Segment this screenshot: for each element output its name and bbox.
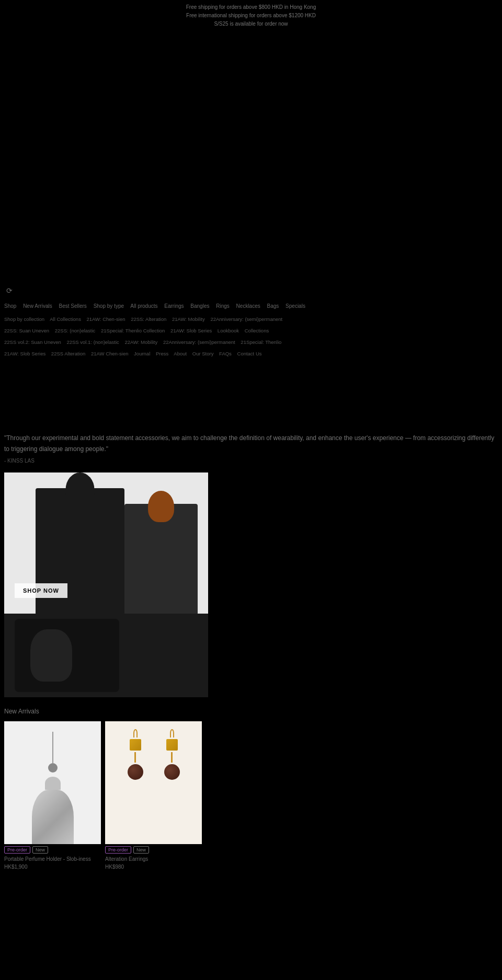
logo-area: ⟳ bbox=[0, 282, 502, 299]
nav-contact-us[interactable]: Contact Us bbox=[237, 351, 262, 356]
shop-now-section: SHOP NOW bbox=[0, 468, 502, 701]
hero-section bbox=[0, 31, 502, 282]
nav-shop-by-type[interactable]: Shop by type bbox=[94, 303, 124, 309]
spacer bbox=[0, 360, 502, 422]
nav-specials[interactable]: Specials bbox=[286, 303, 305, 309]
nav-22ss-suan-uneven[interactable]: 22SS: Suan Uneven bbox=[4, 328, 49, 333]
nav-shop-by-collection[interactable]: Shop by collection bbox=[4, 316, 44, 322]
nav-22ss-alteration[interactable]: 22SS: Alteration bbox=[131, 316, 166, 322]
figure-right bbox=[124, 504, 198, 614]
logo-icon: ⟳ bbox=[6, 286, 13, 295]
nav-bags[interactable]: Bags bbox=[267, 303, 279, 309]
bottle-chain bbox=[52, 732, 53, 763]
shop-now-button[interactable]: SHOP NOW bbox=[15, 583, 67, 598]
earring-connector-left bbox=[134, 752, 136, 763]
primary-nav: Shop New Arrivals Best Sellers Shop by t… bbox=[0, 299, 502, 314]
new-badge-1: New bbox=[32, 846, 48, 854]
nav-new-arrivals[interactable]: New Arrivals bbox=[23, 303, 52, 309]
product-price-1: HK$1,900 bbox=[4, 864, 101, 870]
nav-22ss-nonelastic[interactable]: 22SS: (non)elastic bbox=[55, 328, 96, 333]
dark-face-inner bbox=[30, 629, 72, 682]
new-arrivals-heading: New Arrivals bbox=[0, 701, 502, 718]
secondary-nav-4: 21AW: Slob Series 22SS Alteration 21AW C… bbox=[0, 348, 502, 360]
earring-pair bbox=[128, 729, 180, 780]
badge-row-1: Pre-order New bbox=[4, 844, 101, 855]
dark-face bbox=[15, 619, 119, 692]
earring-hook-right bbox=[170, 729, 174, 737]
bottle-cap bbox=[45, 777, 61, 790]
earring-cube-left bbox=[130, 739, 141, 751]
nav-21aw-chen-sien-2[interactable]: 21AW Chen-sien bbox=[91, 351, 128, 356]
nav-21aw-mobility[interactable]: 21AW: Mobility bbox=[172, 316, 205, 322]
bottle-ball bbox=[48, 763, 58, 773]
nav-earrings[interactable]: Earrings bbox=[164, 303, 184, 309]
nav-rings[interactable]: Rings bbox=[216, 303, 230, 309]
announcement-line1: Free shipping for orders above $800 HKD … bbox=[5, 3, 497, 11]
nav-21special-thenlio-2[interactable]: 21Special: Thenlio bbox=[241, 339, 281, 345]
perfume-bottle bbox=[32, 732, 74, 844]
head-right bbox=[148, 491, 174, 522]
earring-cube-right bbox=[166, 739, 178, 751]
nav-best-sellers[interactable]: Best Sellers bbox=[59, 303, 87, 309]
nav-press[interactable]: Press bbox=[156, 351, 168, 356]
earring-connector-right bbox=[171, 752, 173, 763]
product-price-2: HK$980 bbox=[105, 864, 202, 870]
nav-bangles[interactable]: Bangles bbox=[190, 303, 209, 309]
new-badge-2: New bbox=[133, 846, 149, 854]
nav-22ss-vol1[interactable]: 22SS vol.1: (non)elastic bbox=[66, 339, 119, 345]
nav-collections[interactable]: Collections bbox=[245, 328, 269, 333]
announcement-line2: Free international shipping for orders a… bbox=[5, 11, 497, 20]
earring-ball-right bbox=[164, 764, 180, 780]
quote-section: "Through our experimental and bold state… bbox=[0, 422, 502, 468]
product-card-1: Pre-order New Portable Perfume Holder - … bbox=[4, 721, 101, 870]
head-left bbox=[66, 472, 95, 506]
product-name-2: Alteration Earrings bbox=[105, 855, 202, 864]
nav-21aw-slob-series[interactable]: 21AW: Slob Series bbox=[170, 328, 212, 333]
quote-text: "Through our experimental and bold state… bbox=[4, 433, 498, 454]
nav-our-story[interactable]: Our Story bbox=[192, 351, 214, 356]
earring-left bbox=[128, 729, 143, 780]
nav-21aw-slob[interactable]: 21AW: Slob Series bbox=[4, 351, 45, 356]
secondary-nav-1: Shop by collection All Collections 21AW:… bbox=[0, 314, 502, 325]
badge-row-2: Pre-order New bbox=[105, 844, 202, 855]
product-grid: Pre-order New Portable Perfume Holder - … bbox=[0, 718, 502, 873]
product-image-2[interactable] bbox=[105, 721, 202, 844]
nav-lookbook[interactable]: Lookbook bbox=[218, 328, 239, 333]
nav-22ss-vol2[interactable]: 22SS vol.2: Suan Uneven bbox=[4, 339, 61, 345]
pre-order-badge-1: Pre-order bbox=[4, 846, 30, 854]
announcement-bar: Free shipping for orders above $800 HKD … bbox=[0, 0, 502, 31]
new-arrivals-label: New Arrivals bbox=[4, 708, 39, 715]
nav-faqs[interactable]: FAQs bbox=[219, 351, 232, 356]
shop-now-image-bottom bbox=[4, 614, 208, 697]
bottle-body bbox=[32, 790, 74, 844]
nav-22aw-mobility[interactable]: 22AW: Mobility bbox=[124, 339, 157, 345]
quote-author: - KINSS LAS bbox=[4, 456, 498, 465]
nav-all-products[interactable]: All products bbox=[130, 303, 157, 309]
nav-necklaces[interactable]: Necklaces bbox=[236, 303, 260, 309]
nav-about[interactable]: About bbox=[174, 351, 187, 356]
product-name-1: Portable Perfume Holder - Slob-iness bbox=[4, 855, 101, 864]
earring-right bbox=[164, 729, 180, 780]
announcement-line3: S/S25 is available for order now bbox=[5, 20, 497, 28]
nav-journal[interactable]: Journal bbox=[134, 351, 150, 356]
earring-hook-left bbox=[133, 729, 138, 737]
nav-22anniversary[interactable]: 22Anniversary: (semi)permanent bbox=[210, 316, 282, 322]
secondary-nav-3: 22SS vol.2: Suan Uneven 22SS vol.1: (non… bbox=[0, 337, 502, 348]
product-image-1[interactable] bbox=[4, 721, 101, 844]
secondary-nav-2: 22SS: Suan Uneven 22SS: (non)elastic 21S… bbox=[0, 325, 502, 337]
pre-order-badge-2: Pre-order bbox=[105, 846, 131, 854]
earring-ball-left bbox=[128, 764, 143, 780]
nav-21special-thenlio[interactable]: 21Special: Thenlio Collection bbox=[101, 328, 165, 333]
shop-now-image-top: SHOP NOW bbox=[4, 472, 208, 614]
nav-22ss-alteration-2[interactable]: 22SS Alteration bbox=[51, 351, 86, 356]
nav-22anniversary-2[interactable]: 22Anniversary: (semi)permanent bbox=[163, 339, 235, 345]
product-card-2: Pre-order New Alteration Earrings HK$980 bbox=[105, 721, 202, 870]
nav-shop[interactable]: Shop bbox=[4, 303, 16, 309]
bottom-spacer bbox=[0, 873, 502, 904]
nav-all-collections[interactable]: All Collections bbox=[50, 316, 81, 322]
nav-21aw-chen-sien[interactable]: 21AW: Chen-sien bbox=[87, 316, 126, 322]
